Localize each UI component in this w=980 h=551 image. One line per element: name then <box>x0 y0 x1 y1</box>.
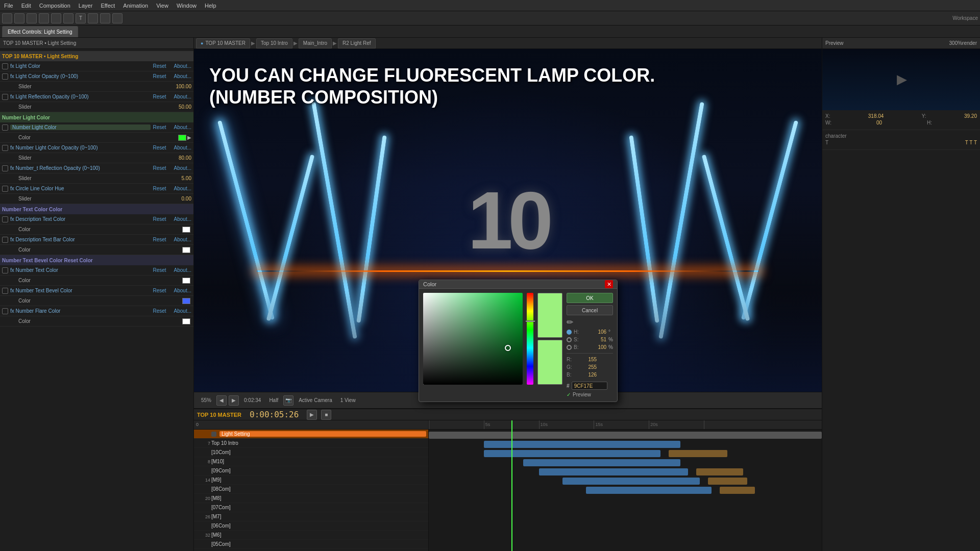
reset-nt-reflection[interactable]: Reset <box>151 165 168 171</box>
render-tab-label[interactable]: 300%render <box>949 40 977 46</box>
layer-row-20[interactable]: 20 [M8] <box>194 494 428 503</box>
preview-check-label[interactable]: Preview <box>573 392 591 397</box>
comp-tab-main[interactable]: Main_Intro <box>299 38 332 48</box>
value-nl-opacity[interactable]: 80.00 <box>168 155 191 161</box>
hex-input[interactable] <box>572 382 607 390</box>
comp-tab-r2[interactable]: R2 Light Ref <box>338 38 376 48</box>
toggle-nt-reflection[interactable] <box>2 165 8 171</box>
radio-hue[interactable] <box>567 330 572 335</box>
reset-desc-text-color[interactable]: Reset <box>151 216 168 222</box>
about-light-reflection[interactable]: About... <box>168 94 191 99</box>
btn-camera[interactable]: 📷 <box>283 395 293 406</box>
radio-bri[interactable] <box>567 345 572 350</box>
swatch-num-bevel[interactable] <box>182 298 190 304</box>
about-num-bevel-color[interactable]: About... <box>168 288 191 293</box>
toggle-light-color[interactable] <box>2 63 8 69</box>
dialog-close-btn[interactable]: ✕ <box>605 280 613 288</box>
tool-select[interactable] <box>51 13 61 23</box>
toggle-desc-text-color[interactable] <box>2 216 8 222</box>
toggle-light-reflection[interactable] <box>2 94 8 100</box>
menu-composition[interactable]: Composition <box>39 3 70 9</box>
about-desc-text-color[interactable]: About... <box>168 216 191 222</box>
preview-tab-label[interactable]: Preview <box>825 40 844 46</box>
reset-nl-opacity[interactable]: Reset <box>151 145 168 151</box>
about-num-text-color[interactable]: About... <box>168 267 191 273</box>
tab-effect-controls[interactable]: Effect Controls: Light Setting <box>2 26 78 37</box>
radio-sat[interactable] <box>567 337 572 342</box>
eyedropper-tool[interactable]: ✏ <box>567 317 613 327</box>
toggle-circle-hue[interactable] <box>2 186 8 192</box>
reset-num-flare-color[interactable]: Reset <box>151 308 168 314</box>
bri-value[interactable]: 100 <box>586 344 606 350</box>
reset-number-light-color[interactable]: Reset <box>151 124 168 130</box>
toggle-num-text-color[interactable] <box>2 267 8 273</box>
reset-num-text-color[interactable]: Reset <box>151 267 168 273</box>
value-nt-reflection[interactable]: 5.00 <box>168 176 191 181</box>
btn-play-back[interactable]: ◀ <box>216 395 227 406</box>
swatch-number-light[interactable] <box>178 135 186 141</box>
layer-row-32[interactable]: 32 [M6] <box>194 531 428 540</box>
reset-light-opacity[interactable]: Reset <box>151 73 168 79</box>
render-btn[interactable] <box>39 13 49 23</box>
layer-row-08com[interactable]: [08Com] <box>194 485 428 494</box>
about-nt-reflection[interactable]: About... <box>168 165 191 171</box>
menu-help[interactable]: Help <box>205 3 216 9</box>
sat-value[interactable]: 51 <box>586 337 606 342</box>
gradient-picker[interactable] <box>423 293 523 385</box>
menu-file[interactable]: File <box>4 3 13 9</box>
swatch-desc-bar[interactable] <box>182 247 190 253</box>
value-light-opacity[interactable]: 100.00 <box>168 84 191 89</box>
layer-row-14[interactable]: 14 [M9] <box>194 475 428 485</box>
tool-camera[interactable] <box>100 13 110 23</box>
hue-value[interactable]: 106 <box>586 329 606 335</box>
tool-shape[interactable] <box>88 13 98 23</box>
about-nl-opacity[interactable]: About... <box>168 145 191 151</box>
hue-strip[interactable] <box>527 293 534 385</box>
toggle-num-bevel-color[interactable] <box>2 288 8 294</box>
menu-edit[interactable]: Edit <box>21 3 31 9</box>
timeline-play-btn[interactable]: ▶ <box>307 410 317 420</box>
toggle-desc-bar-color[interactable] <box>2 237 8 243</box>
reset-desc-bar-color[interactable]: Reset <box>151 237 168 242</box>
blue-value[interactable]: 126 <box>576 372 597 378</box>
layer-row-09com[interactable]: [09Com] <box>194 466 428 475</box>
swatch-desc-text[interactable] <box>182 227 190 233</box>
layer-row-38[interactable]: 38 [M5] <box>194 549 428 551</box>
reset-light-reflection[interactable]: Reset <box>151 94 168 99</box>
toggle-number-light-color[interactable] <box>2 124 8 131</box>
reset-num-bevel-color[interactable]: Reset <box>151 288 168 293</box>
tool-light[interactable] <box>112 13 122 23</box>
green-value[interactable]: 255 <box>576 364 597 370</box>
about-desc-bar-color[interactable]: About... <box>168 237 191 242</box>
layer-row-8[interactable]: 8 [M10] <box>194 457 428 466</box>
value-light-reflection[interactable]: 50.00 <box>168 104 191 110</box>
layer-row-10com[interactable]: [10Com] <box>194 448 428 457</box>
playhead[interactable] <box>511 420 512 551</box>
picker-cursor[interactable] <box>505 345 511 351</box>
comp-tab-intro[interactable]: Top 10 Intro <box>256 38 292 48</box>
about-num-flare-color[interactable]: About... <box>168 308 191 314</box>
toggle-light-opacity[interactable] <box>2 73 8 80</box>
menu-effect[interactable]: Effect <box>101 3 115 9</box>
about-circle-hue[interactable]: About... <box>168 186 191 191</box>
toggle-nl-opacity[interactable] <box>2 145 8 151</box>
btn-play[interactable]: ▶ <box>229 395 239 406</box>
layer-row-light-setting[interactable]: Light Setting <box>194 430 428 439</box>
menu-view[interactable]: View <box>156 3 168 9</box>
about-light-color[interactable]: About... <box>168 63 191 69</box>
comp-tab-top10master[interactable]: ● TOP 10 MASTER <box>196 38 250 48</box>
layer-row-06com[interactable]: [06Com] <box>194 521 428 531</box>
save-btn[interactable] <box>27 13 37 23</box>
open-btn[interactable] <box>14 13 24 23</box>
new-btn[interactable] <box>2 13 12 23</box>
value-circle-hue[interactable]: 0.00 <box>168 196 191 202</box>
red-value[interactable]: 155 <box>576 357 597 362</box>
tool-pen[interactable] <box>63 13 74 23</box>
menu-layer[interactable]: Layer <box>79 3 93 9</box>
about-number-light-color[interactable]: About... <box>168 124 191 130</box>
dialog-ok-btn[interactable]: OK <box>567 293 613 303</box>
swatch-num-flare[interactable] <box>182 318 190 324</box>
time-display[interactable]: 0:00:05:26 <box>246 410 303 419</box>
toggle-num-flare-color[interactable] <box>2 308 8 314</box>
menu-window[interactable]: Window <box>177 3 197 9</box>
